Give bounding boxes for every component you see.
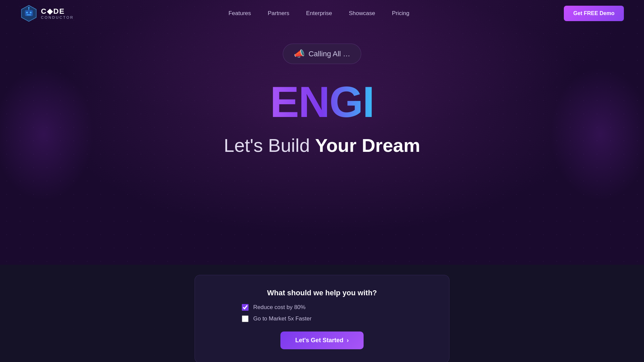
- nav-item-partners[interactable]: Partners: [268, 10, 289, 17]
- nav-item-pricing[interactable]: Pricing: [392, 10, 409, 17]
- logo-conductor-text: CONDUCTOR: [41, 15, 74, 19]
- checkbox-label-go-to-market[interactable]: Go to Market 5x Faster: [253, 315, 312, 322]
- nav-item-showcase[interactable]: Showcase: [349, 10, 375, 17]
- card-container: What should we help you with? Reduce cos…: [0, 265, 644, 362]
- get-free-demo-button[interactable]: Get FREE Demo: [564, 6, 624, 21]
- nav-link-showcase[interactable]: Showcase: [349, 10, 375, 16]
- get-started-label: Let's Get Started: [295, 337, 343, 344]
- headline-engi: ENGI: [270, 80, 374, 124]
- svg-rect-4: [26, 14, 31, 15]
- nav-link-pricing[interactable]: Pricing: [392, 10, 409, 16]
- checkbox-go-to-market[interactable]: [242, 315, 249, 322]
- checkbox-label-reduce-cost[interactable]: Reduce cost by 80%: [253, 304, 306, 311]
- card-title: What should we help you with?: [267, 289, 377, 297]
- checkbox-item-2: Go to Market 5x Faster: [242, 315, 312, 322]
- badge-text: Calling All …: [309, 50, 351, 58]
- logo-text: C◆DE CONDUCTOR: [41, 7, 74, 19]
- svg-point-6: [28, 7, 30, 8]
- bottom-section: What should we help you with? Reduce cos…: [0, 265, 644, 362]
- nav-item-features[interactable]: Features: [228, 10, 251, 17]
- headline-sub-plain: Let's Build: [224, 135, 315, 156]
- nav-item-enterprise[interactable]: Enterprise: [306, 10, 332, 17]
- logo-icon: [20, 5, 38, 22]
- hero-section: 📣 Calling All … ENGI Let's Build Your Dr…: [0, 27, 644, 156]
- logo[interactable]: C◆DE CONDUCTOR: [20, 5, 74, 22]
- logo-code-text: C◆DE: [41, 7, 74, 15]
- nav-link-partners[interactable]: Partners: [268, 10, 289, 16]
- navbar: C◆DE CONDUCTOR Features Partners Enterpr…: [0, 0, 644, 27]
- headline-sub: Let's Build Your Dream: [224, 134, 420, 156]
- help-card: What should we help you with? Reduce cos…: [195, 275, 449, 362]
- checkbox-item-1: Reduce cost by 80%: [242, 304, 306, 311]
- nav-link-enterprise[interactable]: Enterprise: [306, 10, 332, 16]
- nav-link-features[interactable]: Features: [228, 10, 251, 16]
- svg-rect-3: [30, 12, 32, 13]
- checkbox-reduce-cost[interactable]: [242, 304, 249, 311]
- get-started-button[interactable]: Let's Get Started ›: [280, 331, 363, 349]
- headline-sub-bold: Your Dream: [315, 135, 420, 156]
- nav-links: Features Partners Enterprise Showcase Pr…: [228, 10, 409, 17]
- megaphone-emoji: 📣: [294, 49, 305, 59]
- calling-badge: 📣 Calling All …: [283, 44, 362, 64]
- get-started-arrow: ›: [347, 337, 349, 344]
- svg-rect-2: [26, 12, 28, 13]
- checkbox-list: Reduce cost by 80% Go to Market 5x Faste…: [215, 304, 429, 322]
